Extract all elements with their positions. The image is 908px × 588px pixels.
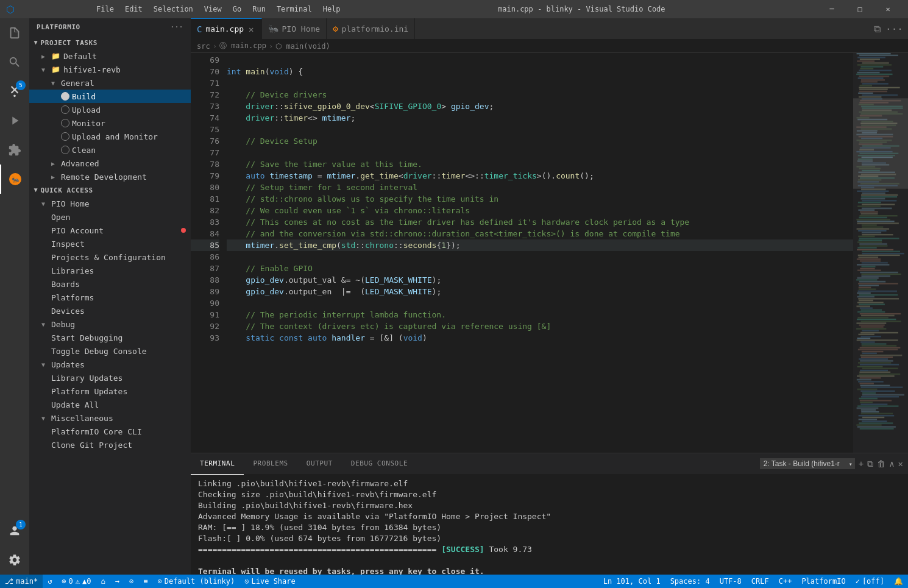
tree-item-projects-config[interactable]: Projects & Configuration (29, 250, 191, 264)
status-errors[interactable]: ⊗ 0 ⚠ ▲0 (57, 575, 96, 588)
section-project-tasks[interactable]: ▶ PROJECT TASKS (29, 36, 191, 49)
status-language[interactable]: C++ (774, 575, 797, 588)
status-bug[interactable]: ≡ (138, 575, 152, 588)
section-quick-access[interactable]: ▶ QUICK ACCESS (29, 183, 191, 197)
status-sync[interactable]: ↺ (43, 575, 57, 588)
panel-add-icon[interactable]: + (859, 459, 864, 469)
code-line-79: auto timestamp = mtimer.get_time<driver:… (227, 170, 853, 182)
activity-source-control[interactable]: 5 (0, 77, 29, 106)
activity-run[interactable] (0, 106, 29, 135)
status-env[interactable]: ⊙ Default (blinky) (152, 575, 239, 588)
menu-file[interactable]: File (91, 4, 119, 15)
tab-platformio-ini[interactable]: ⚙ platformio.ini (327, 18, 415, 39)
tree-item-pio-account[interactable]: PIO Account (29, 224, 191, 237)
menu-go[interactable]: Go (228, 4, 246, 15)
breadcrumb-file[interactable]: Ⓖ main.cpp (219, 41, 266, 51)
tab-main-cpp[interactable]: C main.cpp ✕ (191, 18, 262, 39)
tree-item-update-all[interactable]: Update All (29, 398, 191, 411)
tree-item-platform-updates[interactable]: Platform Updates (29, 384, 191, 398)
tree-item-clone-git[interactable]: Clone Git Project (29, 438, 191, 452)
activity-explorer[interactable] (0, 18, 29, 48)
panel-close-icon[interactable]: ✕ (898, 459, 903, 469)
panel-tab-terminal[interactable]: TERMINAL (191, 453, 244, 475)
status-bell[interactable]: ⊝ (124, 575, 138, 588)
code-line-86 (227, 251, 853, 263)
maximize-button[interactable]: □ (846, 0, 874, 18)
panel-maximize-icon[interactable]: ∧ (889, 459, 894, 469)
section-chevron-project-tasks: ▶ (33, 41, 40, 45)
status-arrow[interactable]: → (110, 575, 124, 588)
breadcrumb-func[interactable]: ⬡ main(void) (275, 42, 330, 51)
tab-close-main-cpp[interactable]: ✕ (247, 24, 255, 34)
tree-item-build[interactable]: Build (29, 90, 191, 103)
tree-item-hifive1-revb[interactable]: ▼ 📁 hifive1-revb (29, 63, 191, 76)
panel-trash-icon[interactable]: 🗑 (877, 459, 885, 469)
panel-tab-debug-console[interactable]: DEBUG CONSOLE (342, 453, 417, 475)
code-line-88: gpio_dev.output_val &= ~(LED_MASK_WHITE)… (227, 274, 853, 286)
tree-item-advanced[interactable]: ▶ Advanced (29, 157, 191, 170)
menu-run[interactable]: Run (247, 4, 271, 15)
tree-item-open[interactable]: Open (29, 210, 191, 224)
panel-tab-output[interactable]: OUTPUT (297, 453, 342, 475)
tree-item-clean[interactable]: Clean (29, 143, 191, 157)
activity-extensions[interactable] (0, 135, 29, 165)
tree-item-platforms[interactable]: Platforms (29, 291, 191, 304)
tree-item-remote-dev[interactable]: ▶ Remote Development (29, 170, 191, 183)
tab-icon-pio-home: 🐜 (268, 24, 278, 34)
tab-bar-actions: ⧉ ··· (869, 18, 908, 39)
menu-selection[interactable]: Selection (149, 4, 198, 15)
tree-item-boards[interactable]: Boards (29, 277, 191, 291)
tree-item-misc[interactable]: ▼ Miscellaneous (29, 411, 191, 425)
tree-item-monitor[interactable]: Monitor (29, 116, 191, 130)
tree-item-start-debug[interactable]: Start Debugging (29, 331, 191, 344)
menu-help[interactable]: Help (318, 4, 346, 15)
activity-platformio[interactable]: 🐜 (0, 165, 29, 194)
tree-item-toggle-debug[interactable]: Toggle Debug Console (29, 344, 191, 358)
tree-item-default[interactable]: ▶ 📁 Default (29, 49, 191, 63)
titlebar-left: ⬡ (6, 4, 91, 15)
tree-item-upload[interactable]: Upload (29, 103, 191, 116)
close-button[interactable]: ✕ (874, 0, 902, 18)
tree-item-debug[interactable]: ▼ Debug (29, 317, 191, 331)
activity-search[interactable] (0, 48, 29, 77)
tab-pio-home[interactable]: 🐜 PIO Home (262, 18, 327, 39)
status-encoding[interactable]: UTF-8 (715, 575, 747, 588)
status-eol[interactable]: CRLF (747, 575, 774, 588)
status-home[interactable]: ⌂ (96, 575, 110, 588)
panel-split-icon[interactable]: ⧉ (867, 459, 873, 469)
tree-item-libraries[interactable]: Libraries (29, 264, 191, 277)
activity-settings[interactable] (0, 545, 29, 575)
menu-terminal[interactable]: Terminal (272, 4, 317, 15)
status-cursor[interactable]: Ln 101, Col 1 (598, 575, 665, 588)
tree-label-start-debug: Start Debugging (51, 333, 122, 342)
status-spaces[interactable]: Spaces: 4 (665, 575, 715, 588)
minimize-button[interactable]: ─ (818, 0, 846, 18)
tree-item-inspect[interactable]: Inspect (29, 237, 191, 250)
menu-view[interactable]: View (199, 4, 227, 15)
status-liveshare[interactable]: ⎋ Live Share (239, 575, 300, 588)
menu-edit[interactable]: Edit (120, 4, 147, 15)
tree-item-pio-home[interactable]: ▼ PIO Home (29, 197, 191, 210)
status-off[interactable]: ✓ [off] (851, 575, 889, 588)
more-actions-icon[interactable]: ··· (885, 23, 903, 35)
tree-item-updates[interactable]: ▼ Updates (29, 358, 191, 371)
tree-item-library-updates[interactable]: Library Updates (29, 371, 191, 384)
error-icon: ⊗ (62, 577, 66, 586)
code-content[interactable]: int main(void) { // Device drivers drive… (224, 53, 853, 453)
tree-label-upload: Upload (72, 105, 101, 115)
status-git-branch[interactable]: ⎇ main* (0, 575, 43, 588)
status-platform[interactable]: PlatformIO (796, 575, 850, 588)
code-line-76: // Device Setup (227, 135, 853, 147)
split-editor-icon[interactable]: ⧉ (874, 23, 881, 35)
terminal-selector[interactable]: 2: Task - Build (hifive1-r (760, 458, 855, 469)
tree-item-pio-cli[interactable]: PlatformIO Core CLI (29, 425, 191, 438)
activity-accounts[interactable]: 1 (0, 516, 29, 545)
breadcrumb-src[interactable]: src (197, 42, 210, 51)
tree-item-upload-monitor[interactable]: Upload and Monitor (29, 130, 191, 143)
sidebar-more-actions[interactable]: ··· (170, 23, 183, 31)
tree-item-devices[interactable]: Devices (29, 304, 191, 317)
status-notifications[interactable]: 🔔 (889, 575, 908, 588)
panel-tab-problems[interactable]: PROBLEMS (244, 453, 297, 475)
tree-item-general[interactable]: ▼ General (29, 76, 191, 90)
arrow-icon: → (115, 577, 119, 586)
